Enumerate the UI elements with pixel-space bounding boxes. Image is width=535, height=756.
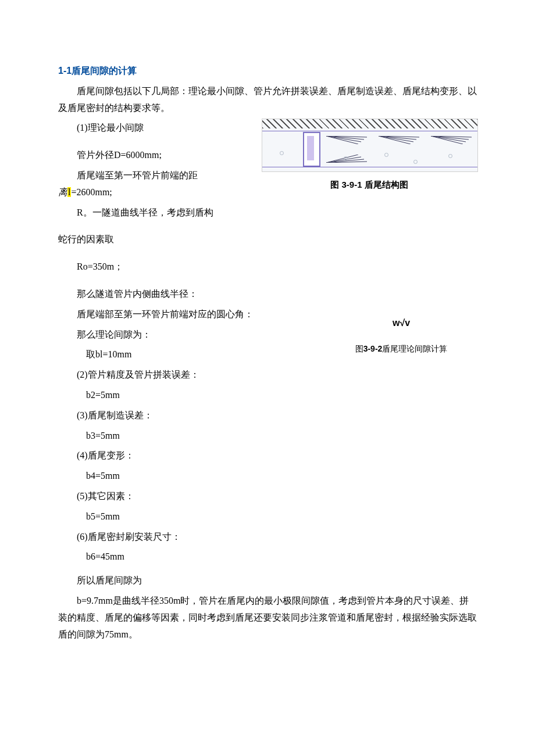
final-paragraph: b=9.7mm是曲线半径350m时，管片在盾尾内的最小极限间隙值，考虑到管片本身… xyxy=(58,593,477,643)
figure-2-symbol: w√v xyxy=(331,315,471,332)
brush-top3 xyxy=(431,133,472,141)
document-page: 1-1盾尾间隙的计算 盾尾间隙包括以下几局部：理论最小间隙、管片允许拼装误差、盾… xyxy=(0,0,535,756)
fig2-caption-mid: 3-9-2 xyxy=(363,344,383,353)
intro-paragraph: 盾尾间隙包括以下几局部：理论最小间隙、管片允许拼装误差、盾尾制造误差、盾尾结构变… xyxy=(58,83,477,117)
brush-top2 xyxy=(379,133,419,141)
l-line-italic: 离 xyxy=(58,187,67,197)
item-6-title: (6)盾尾密封刷安装尺寸： xyxy=(58,529,477,546)
figure-1 xyxy=(262,119,478,172)
item-4-title: (4)盾尾变形： xyxy=(58,447,477,464)
b3-line: b3=5mm xyxy=(58,428,477,445)
item-3-title: (3)盾尾制造误差： xyxy=(58,407,477,424)
l-line-suffix: =2600mm; xyxy=(71,187,112,197)
fig2-caption-suffix: 盾尾理论间隙计算 xyxy=(382,344,447,353)
seal-inner xyxy=(307,136,314,160)
b6-line: b6=45mm xyxy=(58,549,477,565)
aggregate-dot xyxy=(448,154,452,158)
figure-1-wrap: 图 3-9-1 盾尾结构图 xyxy=(262,119,477,192)
item-2-title: (2)管片精度及管片拼装误差： xyxy=(58,367,477,384)
b2-line: b2=5mm xyxy=(58,387,477,404)
line xyxy=(262,131,477,131)
section-heading: 1-1盾尾间隙的计算 xyxy=(58,63,477,80)
figure-2-caption: 图3-9-2盾尾理论间隙计算 xyxy=(331,342,471,356)
fig2-caption-prefix: 图 xyxy=(355,344,363,353)
r-line: R。一隧道曲线半径，考虑到盾构 xyxy=(58,205,477,221)
aggregate-dot xyxy=(413,160,418,164)
inner-radius-line: 那么隧道管片内侧曲线半径： xyxy=(58,286,477,303)
snake-line: 蛇行的因素取 xyxy=(58,231,477,248)
figure-1-caption: 图 3-9-1 盾尾结构图 xyxy=(262,177,477,192)
item-5-title: (5)其它因素： xyxy=(58,488,477,505)
b5-line: b5=5mm xyxy=(58,508,477,525)
b4-line: b4=5mm xyxy=(58,468,477,485)
seal-block xyxy=(303,132,320,167)
brush-top1 xyxy=(326,133,367,141)
line xyxy=(262,167,477,167)
hatch-pattern xyxy=(262,119,477,128)
figure-2-wrap: w√v 图3-9-2盾尾理论间隙计算 xyxy=(331,315,471,357)
l-line-prefix: 盾尾端至第一环管片前端的距 xyxy=(58,167,198,184)
aggregate-dot xyxy=(384,153,388,157)
ro-line: Ro=350m； xyxy=(58,259,477,275)
aggregate-dot xyxy=(280,151,284,155)
so-gap-line: 所以盾尾间隙为 xyxy=(58,572,477,589)
